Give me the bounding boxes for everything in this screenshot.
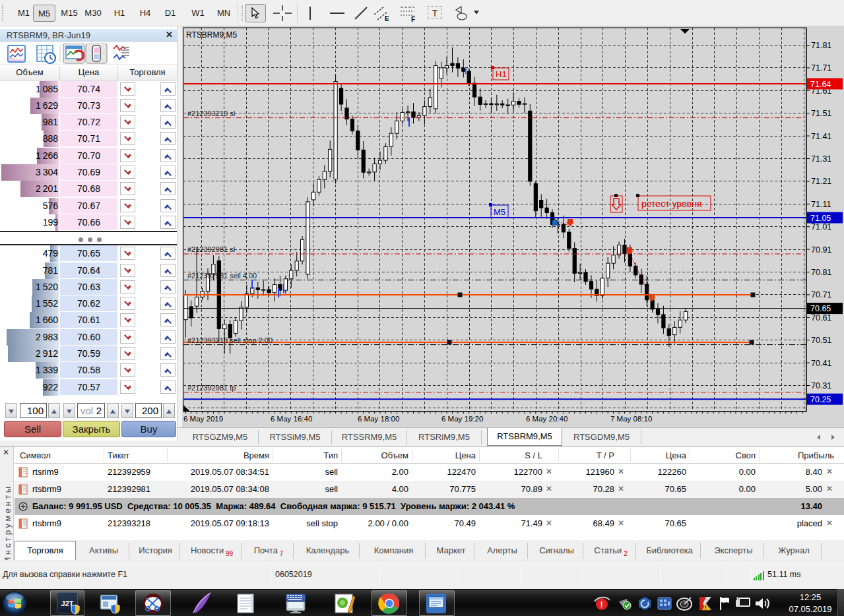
svg-text:#212392981 sl: #212392981 sl bbox=[187, 245, 235, 253]
svg-text:71.81: 71.81 bbox=[811, 41, 831, 50]
svg-text:71.01: 71.01 bbox=[811, 222, 831, 231]
svg-text:!: ! bbox=[601, 600, 603, 609]
svg-text:6 May 19:20: 6 May 19:20 bbox=[441, 415, 483, 423]
svg-text:#212393210 sl: #212393210 sl bbox=[187, 109, 235, 117]
svg-text:71.21: 71.21 bbox=[811, 177, 831, 186]
svg-text:71.51: 71.51 bbox=[811, 109, 831, 118]
svg-text:6 May 16:40: 6 May 16:40 bbox=[271, 415, 312, 423]
svg-text:71.71: 71.71 bbox=[811, 63, 831, 73]
svg-text:71.31: 71.31 bbox=[811, 154, 831, 164]
svg-text:70.61: 70.61 bbox=[811, 313, 831, 323]
svg-text:70.71: 70.71 bbox=[811, 290, 831, 299]
svg-text:H1: H1 bbox=[496, 69, 507, 79]
svg-text:70.31: 70.31 bbox=[811, 381, 831, 390]
svg-text:71.64: 71.64 bbox=[810, 80, 831, 89]
svg-text:70.81: 70.81 bbox=[811, 268, 831, 277]
svg-text:70.41: 70.41 bbox=[811, 359, 831, 368]
svg-text:RTSBRM9,M5: RTSBRM9,M5 bbox=[186, 30, 237, 40]
svg-text:71.41: 71.41 bbox=[811, 132, 831, 141]
svg-text:6 May 20:40: 6 May 20:40 bbox=[526, 415, 568, 423]
svg-text:71.11: 71.11 bbox=[811, 200, 831, 209]
svg-text:7 May 08:10: 7 May 08:10 bbox=[610, 415, 652, 423]
svg-text:!: ! bbox=[705, 605, 707, 611]
svg-text:E: E bbox=[385, 15, 389, 22]
svg-text:70.25: 70.25 bbox=[810, 395, 831, 404]
svg-text:ретест уровня: ретест уровня bbox=[641, 199, 702, 209]
svg-text:70.51: 70.51 bbox=[811, 336, 831, 345]
svg-text:6 May 18:00: 6 May 18:00 bbox=[358, 415, 399, 423]
svg-text:#212393218 sell stop 2.00: #212393218 sell stop 2.00 bbox=[187, 336, 273, 344]
svg-text:M5: M5 bbox=[494, 207, 505, 217]
svg-text:#212392981 tp: #212392981 tp bbox=[187, 384, 236, 392]
svg-text:#212392981 sell 4.00: #212392981 sell 4.00 bbox=[187, 272, 257, 280]
svg-text:70.91: 70.91 bbox=[811, 245, 831, 255]
svg-text:70.65: 70.65 bbox=[810, 304, 831, 313]
svg-text:6 May 2019: 6 May 2019 bbox=[183, 415, 223, 423]
svg-text:71.05: 71.05 bbox=[810, 214, 831, 223]
svg-text:F: F bbox=[411, 16, 415, 22]
